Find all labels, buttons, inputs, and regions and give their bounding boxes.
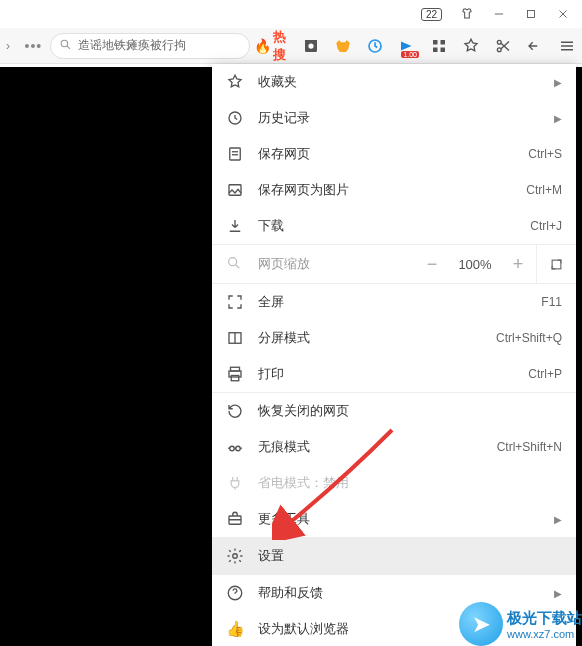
- restore-icon: [226, 402, 244, 420]
- hot-search-tag[interactable]: 🔥 热搜: [254, 28, 288, 64]
- shortcut: Ctrl+Shift+Q: [496, 331, 562, 345]
- fullscreen-icon: [226, 293, 244, 311]
- scissors-icon[interactable]: [494, 37, 512, 55]
- split-icon: [226, 329, 244, 347]
- hot-label: 热搜: [273, 28, 288, 64]
- svg-point-6: [308, 43, 313, 48]
- image-icon: [226, 181, 244, 199]
- tab-counter-badge[interactable]: 22: [421, 8, 442, 21]
- menu-split[interactable]: 分屏模式 Ctrl+Shift+Q: [212, 320, 576, 356]
- adblock-icon[interactable]: [302, 37, 320, 55]
- svg-rect-20: [230, 148, 241, 160]
- zoom-label: 网页缩放: [258, 255, 310, 273]
- fox-icon[interactable]: [334, 37, 352, 55]
- zoom-out-button[interactable]: −: [414, 254, 450, 275]
- undo-icon[interactable]: [526, 37, 544, 55]
- menu-settings[interactable]: 设置: [212, 538, 576, 574]
- main-menu: 收藏夹 ▶ 历史记录 ▶ 保存网页 Ctrl+S 保存网页为图片 Ctrl+M …: [212, 64, 576, 646]
- svg-line-5: [67, 46, 70, 49]
- menu-label: 全屏: [258, 293, 527, 311]
- hamburger-menu-icon[interactable]: [558, 37, 576, 55]
- menu-incognito[interactable]: 无痕模式 Ctrl+Shift+N: [212, 429, 576, 465]
- svg-point-35: [233, 554, 238, 559]
- svg-rect-11: [441, 47, 446, 52]
- zoom-expand-button[interactable]: [536, 245, 576, 283]
- menu-fullscreen[interactable]: 全屏 F11: [212, 284, 576, 320]
- chevron-right-icon[interactable]: ›: [6, 39, 17, 53]
- svg-rect-1: [528, 11, 535, 18]
- help-icon: [226, 584, 244, 602]
- svg-rect-31: [231, 376, 239, 381]
- menu-label: 省电模式：禁用: [258, 474, 562, 492]
- flame-icon: 🔥: [254, 38, 271, 54]
- save-page-icon: [226, 145, 244, 163]
- gear-icon: [226, 547, 244, 565]
- menu-label: 下载: [258, 217, 516, 235]
- video-badge: 1.00: [401, 51, 419, 58]
- svg-rect-26: [552, 260, 561, 269]
- minimize-icon[interactable]: [492, 7, 506, 21]
- print-icon: [226, 365, 244, 383]
- menu-label: 打印: [258, 365, 514, 383]
- menu-label: 无痕模式: [258, 438, 483, 456]
- menu-restore-closed[interactable]: 恢复关闭的网页: [212, 393, 576, 429]
- toolbar-icons: 1.00: [302, 37, 576, 55]
- svg-rect-10: [433, 47, 438, 52]
- star-icon: [226, 73, 244, 91]
- svg-rect-9: [441, 40, 446, 45]
- chevron-right-icon: ▶: [554, 77, 562, 88]
- menu-more-tools[interactable]: 更多工具 ▶: [212, 501, 576, 537]
- browser-toolbar: › ••• 造谣地铁瘫痪被行拘 🔥 热搜 1.00: [0, 28, 582, 64]
- overflow-dots[interactable]: •••: [21, 38, 47, 54]
- menu-label: 帮助和反馈: [258, 584, 540, 602]
- svg-line-15: [501, 41, 509, 49]
- clock-icon: [226, 109, 244, 127]
- apps-grid-icon[interactable]: [430, 37, 448, 55]
- menu-label: 收藏夹: [258, 73, 540, 91]
- menu-label: 设置: [258, 547, 562, 565]
- menu-downloads[interactable]: 下载 Ctrl+J: [212, 208, 576, 244]
- plug-icon: [226, 474, 244, 492]
- svg-point-24: [229, 257, 237, 265]
- zoom-in-button[interactable]: +: [500, 254, 536, 275]
- svg-point-33: [236, 446, 241, 451]
- menu-label: 历史记录: [258, 109, 540, 127]
- svg-line-14: [501, 43, 509, 51]
- menu-history[interactable]: 历史记录 ▶: [212, 100, 576, 136]
- close-icon[interactable]: [556, 7, 570, 21]
- shortcut: Ctrl+S: [528, 147, 562, 161]
- menu-label: 保存网页为图片: [258, 181, 512, 199]
- menu-print[interactable]: 打印 Ctrl+P: [212, 356, 576, 392]
- menu-power-save[interactable]: 省电模式：禁用: [212, 465, 576, 501]
- svg-rect-8: [433, 40, 438, 45]
- menu-label: 恢复关闭的网页: [258, 402, 562, 420]
- menu-label: 更多工具: [258, 510, 540, 528]
- shortcut: Ctrl+M: [526, 183, 562, 197]
- menu-save-page[interactable]: 保存网页 Ctrl+S: [212, 136, 576, 172]
- shortcut: Ctrl+Shift+N: [497, 440, 562, 454]
- svg-point-32: [230, 446, 235, 451]
- star-add-icon[interactable]: [462, 37, 480, 55]
- toolbox-icon: [226, 510, 244, 528]
- refresh-circle-icon[interactable]: [366, 37, 384, 55]
- search-icon: [59, 38, 72, 54]
- window-titlebar: 22: [0, 0, 582, 28]
- menu-save-image[interactable]: 保存网页为图片 Ctrl+M: [212, 172, 576, 208]
- incognito-icon: [226, 438, 244, 456]
- menu-favorites[interactable]: 收藏夹 ▶: [212, 64, 576, 100]
- watermark-title: 极光下载站: [507, 609, 582, 628]
- shortcut: F11: [541, 295, 562, 309]
- menu-label: 分屏模式: [258, 329, 482, 347]
- search-input[interactable]: 造谣地铁瘫痪被行拘: [50, 33, 250, 59]
- maximize-icon[interactable]: [524, 7, 538, 21]
- magnify-icon: [226, 255, 244, 274]
- svg-point-4: [61, 40, 67, 47]
- chevron-right-icon: ▶: [554, 588, 562, 599]
- svg-line-25: [236, 265, 239, 268]
- shortcut: Ctrl+P: [528, 367, 562, 381]
- watermark-logo: ➤: [459, 602, 503, 646]
- download-icon: [226, 217, 244, 235]
- shirt-icon[interactable]: [460, 7, 474, 21]
- video-icon[interactable]: 1.00: [398, 37, 416, 55]
- menu-label: 保存网页: [258, 145, 514, 163]
